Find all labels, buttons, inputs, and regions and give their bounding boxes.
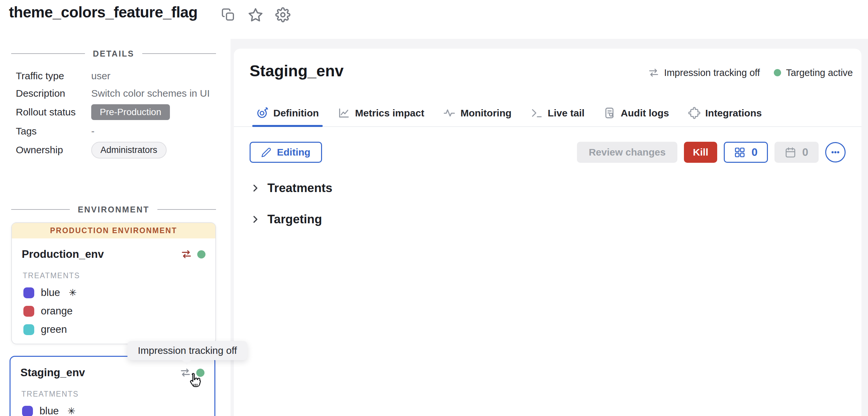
environment-name: Staging_env (21, 366, 85, 379)
terminal-icon (530, 107, 542, 119)
targeting-section-toggle[interactable]: Targeting (250, 212, 322, 226)
tab-bar: Definition Metrics impact Monitoring Liv… (250, 103, 762, 127)
calendar-icon (785, 147, 796, 158)
tab-label: Metrics impact (355, 108, 424, 119)
detail-row-tags: Tags - (11, 122, 216, 140)
rollout-status-badge: Pre-Production (91, 104, 170, 120)
schedule-count: 0 (802, 146, 808, 159)
tab-label: Monitoring (460, 108, 512, 119)
production-environment-banner: PRODUCTION ENVIRONMENT (12, 223, 215, 238)
monitoring-pulse-icon (443, 107, 456, 119)
targeting-active-dot (197, 250, 206, 258)
grid-icon (734, 147, 745, 158)
targeting-status: Targeting active (774, 67, 853, 78)
impression-tracking-tooltip: Impression tracking off (127, 341, 247, 360)
default-treatment-marker: ✳ (67, 406, 75, 416)
treatment-row-blue: blue ✳ (23, 287, 215, 299)
mouse-cursor-hand (185, 373, 203, 390)
environment-section-title: ENVIRONMENT (78, 205, 150, 214)
more-actions-button[interactable] (825, 142, 846, 163)
editing-label: Editing (277, 147, 311, 158)
chevron-right-icon (250, 183, 260, 193)
impressions-arrows-icon (648, 67, 659, 78)
default-treatment-marker: ✳ (69, 287, 77, 298)
detail-row-traffic-type: Traffic type user (11, 67, 216, 84)
review-changes-button[interactable]: Review changes (577, 142, 677, 163)
puzzle-icon (688, 107, 701, 119)
treatment-row-orange: orange (23, 305, 215, 317)
tab-live-tail[interactable]: Live tail (530, 107, 585, 127)
treatments-label: TREATMENTS (22, 390, 214, 398)
environment-card-production[interactable]: PRODUCTION ENVIRONMENT Production_env TR… (11, 222, 216, 344)
schedule-counter-button[interactable]: 0 (774, 142, 818, 163)
detail-row-rollout-status: Rollout status Pre-Production (11, 102, 216, 122)
metrics-chart-icon (338, 107, 350, 119)
treatment-swatch (23, 324, 34, 335)
details-section-title: DETAILS (93, 49, 134, 59)
gear-icon[interactable] (275, 7, 291, 23)
tab-integrations[interactable]: Integrations (688, 107, 762, 127)
treatment-row-blue: blue ✳ (22, 405, 214, 416)
tab-label: Integrations (705, 108, 762, 119)
alerts-count: 0 (751, 146, 757, 159)
tab-audit-logs[interactable]: Audit logs (603, 107, 669, 127)
active-tab-underline (252, 125, 323, 127)
alerts-counter-button[interactable]: 0 (724, 142, 768, 163)
treatment-row-green: green (23, 323, 215, 336)
environment-card-staging[interactable]: Staging_env TREATMENTS blue ✳ (9, 356, 215, 416)
treatment-swatch (23, 287, 34, 298)
environment-status-row: Impression tracking off Targeting active (648, 67, 853, 78)
kill-button[interactable]: Kill (684, 142, 717, 163)
detail-row-description: Description Switch color schemes in UI (11, 84, 216, 102)
copy-icon[interactable] (220, 7, 237, 23)
targeting-active-label: Targeting active (786, 67, 853, 78)
toolbar-right-group: Review changes Kill 0 0 (577, 142, 846, 163)
details-list: Traffic type user Description Switch col… (11, 67, 216, 160)
definition-target-icon (256, 107, 268, 119)
treatment-swatch (23, 306, 34, 317)
tab-metrics-impact[interactable]: Metrics impact (338, 107, 424, 127)
impression-tracking-label: Impression tracking off (664, 67, 760, 78)
tab-definition[interactable]: Definition (256, 107, 319, 127)
treatments-section-label: Treatments (268, 181, 332, 195)
ellipsis-icon (830, 147, 841, 158)
topbar-actions (220, 7, 291, 23)
targeting-section-label: Targeting (268, 212, 322, 226)
star-icon[interactable] (247, 7, 264, 23)
tab-label: Audit logs (621, 108, 669, 119)
environment-title: Staging_env (250, 62, 343, 80)
details-section-divider: DETAILS (11, 49, 216, 59)
environment-name: Production_env (22, 248, 104, 261)
treatments-label: TREATMENTS (23, 271, 215, 280)
environment-detail-panel: Staging_env Impression tracking off Targ… (234, 49, 861, 416)
treatments-section-toggle[interactable]: Treatments (250, 181, 332, 195)
tab-monitoring[interactable]: Monitoring (443, 107, 512, 127)
environment-section-divider: ENVIRONMENT (11, 205, 216, 214)
editing-button[interactable]: Editing (250, 142, 322, 163)
chevron-right-icon (250, 214, 260, 224)
ownership-pill[interactable]: Administrators (91, 142, 166, 159)
treatment-swatch (22, 406, 33, 416)
impression-tracking-toggle-icon[interactable] (181, 249, 192, 260)
tab-label: Definition (273, 108, 319, 119)
page-title: theme_colors_feature_flag (9, 3, 197, 21)
pencil-icon (261, 147, 271, 158)
definition-toolbar: Editing Review changes Kill 0 0 (250, 142, 846, 163)
impression-tracking-status: Impression tracking off (648, 67, 760, 78)
detail-row-ownership: Ownership Administrators (11, 140, 216, 160)
tab-label: Live tail (548, 108, 585, 119)
audit-log-icon (603, 107, 616, 119)
targeting-active-dot (774, 69, 781, 76)
